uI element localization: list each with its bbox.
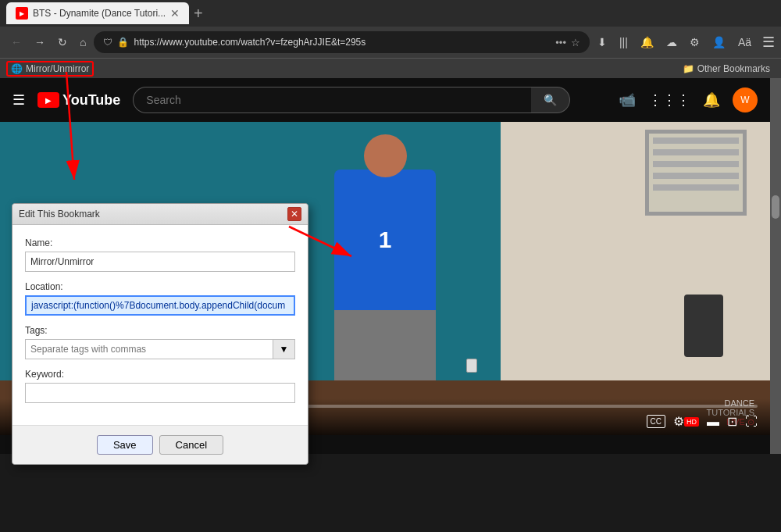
create-video-icon[interactable]: 📹 [619,91,636,109]
name-label: Name: [25,237,295,248]
name-input[interactable] [25,252,295,272]
tab-close-button[interactable]: ✕ [170,7,180,20]
speaker [684,295,723,357]
globe-icon: 🌐 [11,63,23,74]
location-group: Location: [25,281,295,316]
keyword-group: Keyword: [25,369,295,403]
refresh-button[interactable]: ↻ [53,33,72,52]
new-tab-button[interactable]: + [194,5,203,23]
bookmarks-bar: 🌐 Mirror/Unmirror 📁 Other Bookmarks [0,58,781,78]
active-tab[interactable]: BTS - Dynamite (Dance Tutori... ✕ [6,2,189,24]
dialog-footer: Save Cancel [12,425,308,464]
search-button[interactable]: 🔍 [531,87,570,113]
tab-title: BTS - Dynamite (Dance Tutori... [33,8,166,19]
settings-button[interactable]: ⚙HD [673,414,699,429]
library-button[interactable]: ||| [615,33,633,52]
yt-logo[interactable]: YouTube [37,92,120,109]
hd-badge: HD [684,417,699,427]
url-bar: 🛡 🔒 https://www.youtube.com/watch?v=fzeg… [94,31,589,53]
shield-icon: 🛡 [103,37,112,48]
tags-dropdown-button[interactable]: ▼ [273,339,295,359]
save-button[interactable]: Save [97,435,153,455]
url-actions: ••• ☆ [555,37,580,48]
keyword-input[interactable] [25,383,295,403]
folder-icon: 📁 [683,63,694,74]
tags-group: Tags: ▼ [25,325,295,359]
window-element [645,130,747,216]
theater-button[interactable]: ▬ [707,415,719,429]
edit-bookmark-dialog: Edit This Bookmark ✕ Name: Location: Tag… [12,203,308,465]
dialog-close-button[interactable]: ✕ [287,207,301,221]
extensions-button[interactable]: ⬇ [593,33,612,52]
settings-button[interactable]: ⚙ [685,33,704,52]
account-button[interactable]: 👤 [708,33,730,52]
apps-icon[interactable]: ⋮⋮⋮ [648,91,690,109]
back-button[interactable]: ← [6,33,27,52]
hamburger-menu-icon[interactable]: ☰ [12,91,25,109]
outlet-right [466,359,477,373]
fullscreen-button[interactable]: ⛶ [745,415,758,429]
yt-content: ☰ YouTube 🔍 📹 ⋮⋮⋮ 🔔 W [0,78,781,454]
keyword-label: Keyword: [25,369,295,380]
location-label: Location: [25,281,295,292]
url-more-button[interactable]: ••• [555,37,566,48]
search-bar: 🔍 [133,87,570,113]
dialog-titlebar: Edit This Bookmark ✕ [12,204,308,225]
forward-button[interactable]: → [30,33,50,52]
search-input[interactable] [133,87,531,113]
scroll-thumb[interactable] [772,195,779,219]
yt-logo-icon [37,92,59,108]
browser-menu-button[interactable]: ☰ [762,34,775,51]
bookmark-label: Mirror/Unmirror [26,63,89,74]
dialog-title: Edit This Bookmark [19,209,100,220]
browser-chrome: BTS - Dynamite (Dance Tutori... ✕ + ← → … [0,0,781,78]
tags-input-container: ▼ [25,339,295,359]
dialog-body: Name: Location: Tags: ▼ Keyword: [12,225,308,425]
right-controls: CC ⚙HD ▬ ⊡ ⛶ [647,414,758,429]
avatar[interactable]: W [733,87,758,112]
scrollbar[interactable] [770,78,781,454]
miniplayer-button[interactable]: ⊡ [727,414,737,429]
name-group: Name: [25,237,295,272]
tab-bar: BTS - Dynamite (Dance Tutori... ✕ + [0,0,781,27]
tags-label: Tags: [25,325,295,336]
url-display[interactable]: https://www.youtube.com/watch?v=fzeghArJ… [134,37,551,48]
tab-favicon [16,7,28,20]
notifications-icon[interactable]: 🔔 [703,91,720,109]
cancel-button[interactable]: Cancel [159,435,223,455]
sync-button[interactable]: ☁ [662,33,682,52]
location-input[interactable] [25,295,295,316]
notifications-button[interactable]: 🔔 [636,33,658,52]
person: 1 [334,134,436,380]
other-bookmarks-label: Other Bookmarks [697,63,770,74]
home-button[interactable]: ⌂ [75,33,91,52]
bookmark-mirror-unmirror[interactable]: 🌐 Mirror/Unmirror [6,61,94,77]
tags-input[interactable] [25,339,273,359]
bookmark-star-button[interactable]: ☆ [571,37,580,48]
nav-bar: ← → ↻ ⌂ 🛡 🔒 https://www.youtube.com/watc… [0,27,781,58]
reader-button[interactable]: Aä [733,33,756,52]
yt-header: ☰ YouTube 🔍 📹 ⋮⋮⋮ 🔔 W [0,78,770,122]
yt-logo-text: YouTube [62,92,120,109]
other-bookmarks[interactable]: 📁 Other Bookmarks [678,62,775,76]
cc-button[interactable]: CC [647,415,665,428]
lock-icon: 🔒 [117,37,129,48]
header-icons: 📹 ⋮⋮⋮ 🔔 W [619,87,758,112]
